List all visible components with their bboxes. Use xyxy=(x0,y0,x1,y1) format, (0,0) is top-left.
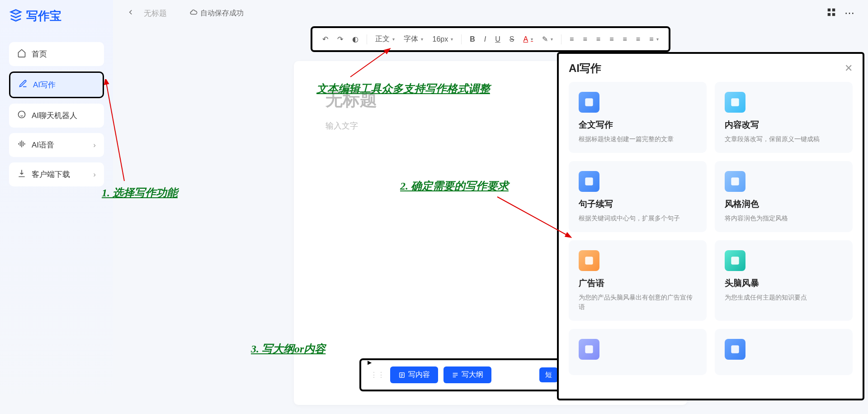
chevron-right-icon: › xyxy=(93,141,96,150)
sidebar-item-ai-write[interactable]: AI写作 xyxy=(9,71,104,98)
chat-icon xyxy=(17,110,26,121)
svg-rect-2 xyxy=(832,9,835,11)
drag-handle-icon[interactable]: ⋮⋮ xyxy=(370,371,385,379)
svg-point-0 xyxy=(19,111,25,118)
ai-card-2[interactable]: 句子续写 根据关键词或中心句，扩展多个句子 xyxy=(569,161,707,232)
ai-card-0[interactable]: 全文写作 根据标题快速创建一篇完整的文章 xyxy=(569,82,707,153)
ai-card-desc: 根据标题快速创建一篇完整的文章 xyxy=(579,134,697,144)
font-size-dropdown[interactable]: 16px xyxy=(429,33,457,46)
ai-panel-title: AI写作 xyxy=(569,61,601,76)
sidebar-item-download[interactable]: 客户端下载 › xyxy=(9,162,104,186)
grid-icon[interactable] xyxy=(826,7,836,19)
svg-rect-12 xyxy=(585,345,593,353)
doc-title: 无标题 xyxy=(144,8,167,19)
sidebar-item-home[interactable]: 首页 xyxy=(9,42,104,66)
svg-rect-6 xyxy=(585,98,593,106)
bold-button[interactable]: B xyxy=(466,33,479,46)
clear-format-button[interactable]: ◐ xyxy=(349,32,362,46)
redo-button[interactable]: ↷ xyxy=(334,32,347,46)
more-icon[interactable]: ⋯ xyxy=(844,7,854,19)
ai-card-desc: 为您生成任何主题的知识要点 xyxy=(725,293,843,302)
ai-card-icon xyxy=(725,92,745,113)
ai-card-desc: 根据关键词或中心句，扩展多个句子 xyxy=(579,214,697,223)
sidebar-item-label: AI写作 xyxy=(33,80,56,90)
align-right-button[interactable]: ≡ xyxy=(619,33,630,46)
back-button[interactable] xyxy=(127,8,135,18)
write-content-button[interactable]: 写内容 xyxy=(390,366,438,383)
align-left-button[interactable]: ≡ xyxy=(593,33,604,46)
undo-button[interactable]: ↶ xyxy=(319,32,332,46)
sidebar-item-label: 客户端下载 xyxy=(32,169,70,180)
indent-decrease-button[interactable]: ≡ xyxy=(566,33,577,46)
underline-button[interactable]: U xyxy=(491,33,504,46)
write-outline-button[interactable]: 写大纲 xyxy=(443,366,491,383)
ai-card-title: 句子续写 xyxy=(579,198,697,210)
ai-card-title: 内容改写 xyxy=(725,119,843,131)
edit-icon xyxy=(19,79,28,90)
ai-card-7[interactable] xyxy=(715,329,853,375)
sidebar-item-ai-chat[interactable]: AI聊天机器人 xyxy=(9,104,104,128)
sidebar-item-label: 首页 xyxy=(32,49,47,59)
text-color-button[interactable]: A xyxy=(519,33,537,46)
ai-card-icon xyxy=(725,171,745,192)
download-icon xyxy=(17,169,26,180)
svg-rect-8 xyxy=(585,177,593,185)
sidebar: 写作宝 首页 AI写作 AI聊天机器人 AI语音 › 客户端下载 › xyxy=(0,0,113,414)
topbar: 无标题 自动保存成功 ⋯ xyxy=(113,0,868,26)
svg-rect-13 xyxy=(731,345,739,353)
list-unordered-button[interactable]: ≡ xyxy=(646,33,662,46)
logo-icon xyxy=(9,9,23,24)
highlight-button[interactable]: ✎ xyxy=(538,32,557,46)
ai-card-icon xyxy=(579,339,599,360)
ai-card-1[interactable]: 内容改写 文章段落改写，保留原义一键成稿 xyxy=(715,82,853,153)
paragraph-style-dropdown[interactable]: 正文 xyxy=(372,32,398,47)
cloud-icon xyxy=(189,8,198,18)
ai-card-title: 广告语 xyxy=(579,277,697,289)
sidebar-item-ai-audio[interactable]: AI语音 › xyxy=(9,133,104,157)
ai-card-4[interactable]: 广告语 为您的产品头脑风暴出有创意的广告宣传语 xyxy=(569,240,707,321)
ai-card-3[interactable]: 风格润色 将内容润色为指定风格 xyxy=(715,161,853,232)
app-name: 写作宝 xyxy=(26,8,61,24)
svg-rect-1 xyxy=(828,9,830,11)
svg-rect-10 xyxy=(585,257,593,264)
home-icon xyxy=(17,48,26,60)
length-short-button[interactable]: 短 xyxy=(539,367,558,382)
ai-card-desc: 文章段落改写，保留原义一键成稿 xyxy=(725,134,843,144)
ai-card-6[interactable] xyxy=(569,329,707,375)
ai-card-title: 风格润色 xyxy=(725,198,843,210)
editor-toolbar: ↶ ↷ ◐ 正文 字体 16px B I U S A ✎ ≡ ≡ ≡ ≡ ≡ xyxy=(311,26,670,52)
align-center-button[interactable]: ≡ xyxy=(606,33,617,46)
audio-icon xyxy=(17,139,26,151)
chevron-right-icon: › xyxy=(93,170,96,179)
main-area: 无标题 自动保存成功 ⋯ ↶ ↷ ◐ 正文 字体 16px B I xyxy=(113,0,868,414)
ai-card-5[interactable]: 头脑风暴 为您生成任何主题的知识要点 xyxy=(715,240,853,321)
autosave-status: 自动保存成功 xyxy=(189,8,244,18)
svg-rect-11 xyxy=(731,257,739,264)
ai-card-desc: 为您的产品头脑风暴出有创意的广告宣传语 xyxy=(579,293,697,312)
ai-card-icon xyxy=(725,339,745,360)
svg-rect-7 xyxy=(731,98,739,106)
font-dropdown[interactable]: 字体 xyxy=(400,32,427,47)
list-ordered-button[interactable]: ≡ xyxy=(632,33,644,46)
svg-rect-3 xyxy=(828,13,830,16)
app-logo[interactable]: 写作宝 xyxy=(9,8,104,24)
sidebar-item-label: AI语音 xyxy=(32,140,54,150)
sidebar-item-label: AI聊天机器人 xyxy=(32,110,77,121)
ai-card-title: 头脑风暴 xyxy=(725,277,843,289)
italic-button[interactable]: I xyxy=(481,33,490,46)
svg-rect-9 xyxy=(731,177,739,185)
ai-card-icon xyxy=(579,171,599,192)
ai-card-icon xyxy=(725,250,745,271)
ai-card-desc: 将内容润色为指定风格 xyxy=(725,214,843,223)
ai-card-title: 全文写作 xyxy=(579,119,697,131)
close-icon[interactable]: ✕ xyxy=(844,62,853,74)
ai-panel: AI写作 ✕ 全文写作 根据标题快速创建一篇完整的文章 内容改写 文章段落改写，… xyxy=(557,52,864,400)
strike-button[interactable]: S xyxy=(506,33,518,46)
svg-rect-4 xyxy=(832,13,835,16)
ai-card-icon xyxy=(579,250,599,271)
ai-card-icon xyxy=(579,92,599,113)
indent-increase-button[interactable]: ≡ xyxy=(579,33,590,46)
